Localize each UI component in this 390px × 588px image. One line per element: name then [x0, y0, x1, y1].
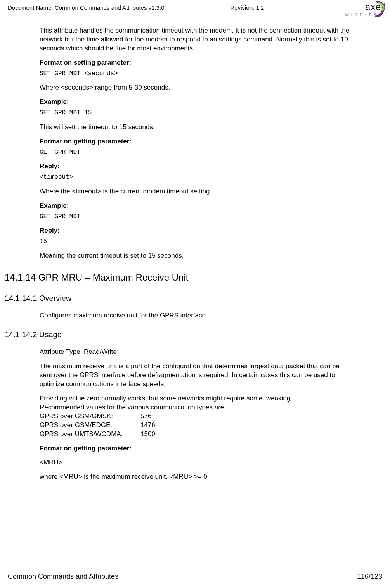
code-reply-1: <timeout>: [40, 173, 351, 182]
overview-heading: 14.1.14.1 Overview: [5, 293, 351, 303]
reply-heading-2: Reply:: [40, 226, 351, 235]
example-explain-1: This will sett the timeout to 15 seconds…: [40, 123, 351, 132]
section-14-1-14-heading: 14.1.14 GPR MRU – Maximum Receive Unit: [5, 271, 351, 284]
page-content: This attribute handles the communication…: [0, 19, 390, 481]
seconds-range: Where <seconds> range from 5-30 seconds.: [40, 83, 351, 92]
logo-swirl-icon: [375, 1, 387, 18]
document-name: Document Name: Common Commands and Attri…: [8, 4, 165, 12]
page-footer: Common Commands and Attributes 116/123: [8, 572, 382, 581]
format-set-heading: Format on setting parameter:: [40, 59, 351, 67]
example-heading-2: Example:: [40, 202, 351, 210]
reply-explain-1: Where the <timeout> is the current modem…: [40, 187, 351, 196]
brand-logo: axell WIRELESS: [336, 1, 386, 20]
header-divider: [8, 15, 343, 15]
rec-value: 576: [140, 412, 151, 421]
code-get: GET GPR MDT: [40, 148, 351, 157]
rec-row-gmsk: GPRS over GSM/GMSK: 576: [40, 412, 351, 421]
rec-label: GPRS over GSM/EDGE:: [40, 421, 140, 430]
rec-value: 1476: [140, 421, 155, 430]
mru-description: The maximum receive unit is a part of th…: [40, 362, 351, 389]
code-example-2: GET GPR MDT: [40, 213, 351, 221]
rec-value: 1500: [140, 430, 155, 439]
rec-label: GPRS over GSM/GMSK:: [40, 412, 140, 421]
rec-intro-2: Recommended values for the various commu…: [40, 403, 351, 412]
rec-row-wcdma: GPRS over UMTS/WCDMA: 1500: [40, 430, 351, 439]
page-header: Document Name: Common Commands and Attri…: [0, 0, 390, 19]
mru-placeholder: <MRU>: [40, 458, 351, 467]
intro-paragraph: This attribute handles the communication…: [40, 26, 351, 53]
example-heading-1: Example:: [40, 98, 351, 107]
rec-row-edge: GPRS over GSM/EDGE: 1476: [40, 421, 351, 430]
rec-label: GPRS over UMTS/WCDMA:: [40, 430, 140, 439]
format-get-heading: Format on getting parameter:: [40, 137, 351, 146]
mru-constraint: where <MRU> is the maximum receive unit,…: [40, 472, 351, 481]
recommended-block: Providing value zero normally works, but…: [40, 394, 351, 439]
code-example-1: SET GPR MDT 15: [40, 109, 351, 117]
usage-heading: 14.1.14.2 Usage: [5, 329, 351, 340]
overview-text: Configures maximum receive unit for the …: [40, 311, 351, 320]
page-number: 116/123: [357, 572, 382, 581]
format-get-heading-2: Format on getting parameter:: [40, 444, 351, 453]
footer-title: Common Commands and Attributes: [8, 572, 118, 581]
attribute-type: Attribute Type: Read/Write: [40, 348, 351, 357]
code-set: SET GPR MDT <seconds>: [40, 70, 351, 78]
rec-intro-1: Providing value zero normally works, but…: [40, 394, 351, 403]
revision-label: Revision: 1.2: [231, 4, 264, 12]
code-reply-2: 15: [40, 238, 351, 246]
reply-heading-1: Reply:: [40, 162, 351, 171]
reply-explain-2: Meaning the current timeout is set to 15…: [40, 252, 351, 260]
